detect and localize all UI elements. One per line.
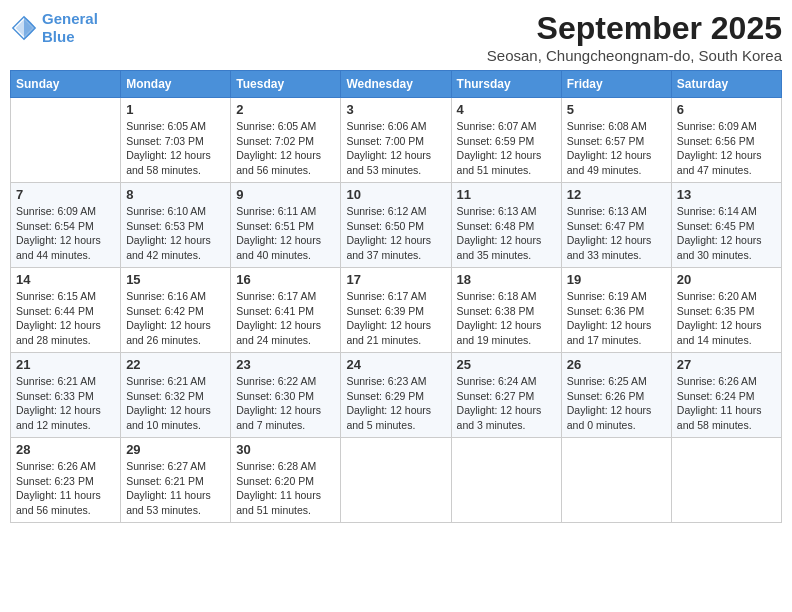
page-header: General Blue September 2025 Seosan, Chun…: [10, 10, 782, 64]
cell-content: Sunrise: 6:07 AM Sunset: 6:59 PM Dayligh…: [457, 119, 556, 178]
calendar-cell: 14Sunrise: 6:15 AM Sunset: 6:44 PM Dayli…: [11, 268, 121, 353]
day-number: 28: [16, 442, 115, 457]
cell-content: Sunrise: 6:13 AM Sunset: 6:48 PM Dayligh…: [457, 204, 556, 263]
cell-content: Sunrise: 6:28 AM Sunset: 6:20 PM Dayligh…: [236, 459, 335, 518]
calendar-cell: 5Sunrise: 6:08 AM Sunset: 6:57 PM Daylig…: [561, 98, 671, 183]
day-number: 14: [16, 272, 115, 287]
header-row: SundayMondayTuesdayWednesdayThursdayFrid…: [11, 71, 782, 98]
page-title: September 2025: [487, 10, 782, 47]
calendar-cell: 4Sunrise: 6:07 AM Sunset: 6:59 PM Daylig…: [451, 98, 561, 183]
cell-content: Sunrise: 6:23 AM Sunset: 6:29 PM Dayligh…: [346, 374, 445, 433]
calendar-cell: 20Sunrise: 6:20 AM Sunset: 6:35 PM Dayli…: [671, 268, 781, 353]
day-number: 24: [346, 357, 445, 372]
calendar-cell: 21Sunrise: 6:21 AM Sunset: 6:33 PM Dayli…: [11, 353, 121, 438]
calendar-cell: 30Sunrise: 6:28 AM Sunset: 6:20 PM Dayli…: [231, 438, 341, 523]
cell-content: Sunrise: 6:19 AM Sunset: 6:36 PM Dayligh…: [567, 289, 666, 348]
title-block: September 2025 Seosan, Chungcheongnam-do…: [487, 10, 782, 64]
cell-content: Sunrise: 6:21 AM Sunset: 6:33 PM Dayligh…: [16, 374, 115, 433]
calendar-cell: 19Sunrise: 6:19 AM Sunset: 6:36 PM Dayli…: [561, 268, 671, 353]
day-number: 29: [126, 442, 225, 457]
calendar-cell: 24Sunrise: 6:23 AM Sunset: 6:29 PM Dayli…: [341, 353, 451, 438]
calendar-cell: 12Sunrise: 6:13 AM Sunset: 6:47 PM Dayli…: [561, 183, 671, 268]
calendar-cell: 13Sunrise: 6:14 AM Sunset: 6:45 PM Dayli…: [671, 183, 781, 268]
cell-content: Sunrise: 6:26 AM Sunset: 6:23 PM Dayligh…: [16, 459, 115, 518]
cell-content: Sunrise: 6:27 AM Sunset: 6:21 PM Dayligh…: [126, 459, 225, 518]
cell-content: Sunrise: 6:05 AM Sunset: 7:02 PM Dayligh…: [236, 119, 335, 178]
day-number: 30: [236, 442, 335, 457]
day-number: 15: [126, 272, 225, 287]
cell-content: Sunrise: 6:17 AM Sunset: 6:41 PM Dayligh…: [236, 289, 335, 348]
day-number: 3: [346, 102, 445, 117]
cell-content: Sunrise: 6:15 AM Sunset: 6:44 PM Dayligh…: [16, 289, 115, 348]
calendar-cell: 23Sunrise: 6:22 AM Sunset: 6:30 PM Dayli…: [231, 353, 341, 438]
day-number: 22: [126, 357, 225, 372]
cell-content: Sunrise: 6:22 AM Sunset: 6:30 PM Dayligh…: [236, 374, 335, 433]
header-cell-saturday: Saturday: [671, 71, 781, 98]
logo-icon: [10, 14, 38, 42]
calendar-header: SundayMondayTuesdayWednesdayThursdayFrid…: [11, 71, 782, 98]
cell-content: Sunrise: 6:13 AM Sunset: 6:47 PM Dayligh…: [567, 204, 666, 263]
cell-content: Sunrise: 6:08 AM Sunset: 6:57 PM Dayligh…: [567, 119, 666, 178]
cell-content: Sunrise: 6:24 AM Sunset: 6:27 PM Dayligh…: [457, 374, 556, 433]
calendar-cell: [671, 438, 781, 523]
calendar-cell: 26Sunrise: 6:25 AM Sunset: 6:26 PM Dayli…: [561, 353, 671, 438]
week-row-0: 1Sunrise: 6:05 AM Sunset: 7:03 PM Daylig…: [11, 98, 782, 183]
day-number: 4: [457, 102, 556, 117]
calendar-cell: 3Sunrise: 6:06 AM Sunset: 7:00 PM Daylig…: [341, 98, 451, 183]
day-number: 27: [677, 357, 776, 372]
week-row-4: 28Sunrise: 6:26 AM Sunset: 6:23 PM Dayli…: [11, 438, 782, 523]
calendar-cell: [341, 438, 451, 523]
calendar-body: 1Sunrise: 6:05 AM Sunset: 7:03 PM Daylig…: [11, 98, 782, 523]
cell-content: Sunrise: 6:14 AM Sunset: 6:45 PM Dayligh…: [677, 204, 776, 263]
header-cell-sunday: Sunday: [11, 71, 121, 98]
day-number: 10: [346, 187, 445, 202]
calendar-cell: 7Sunrise: 6:09 AM Sunset: 6:54 PM Daylig…: [11, 183, 121, 268]
calendar-cell: 11Sunrise: 6:13 AM Sunset: 6:48 PM Dayli…: [451, 183, 561, 268]
cell-content: Sunrise: 6:26 AM Sunset: 6:24 PM Dayligh…: [677, 374, 776, 433]
calendar-cell: 2Sunrise: 6:05 AM Sunset: 7:02 PM Daylig…: [231, 98, 341, 183]
calendar-cell: 16Sunrise: 6:17 AM Sunset: 6:41 PM Dayli…: [231, 268, 341, 353]
cell-content: Sunrise: 6:17 AM Sunset: 6:39 PM Dayligh…: [346, 289, 445, 348]
day-number: 20: [677, 272, 776, 287]
day-number: 23: [236, 357, 335, 372]
calendar-cell: 27Sunrise: 6:26 AM Sunset: 6:24 PM Dayli…: [671, 353, 781, 438]
logo-line1: General: [42, 10, 98, 27]
cell-content: Sunrise: 6:16 AM Sunset: 6:42 PM Dayligh…: [126, 289, 225, 348]
cell-content: Sunrise: 6:06 AM Sunset: 7:00 PM Dayligh…: [346, 119, 445, 178]
cell-content: Sunrise: 6:11 AM Sunset: 6:51 PM Dayligh…: [236, 204, 335, 263]
calendar-table: SundayMondayTuesdayWednesdayThursdayFrid…: [10, 70, 782, 523]
calendar-cell: 8Sunrise: 6:10 AM Sunset: 6:53 PM Daylig…: [121, 183, 231, 268]
day-number: 11: [457, 187, 556, 202]
calendar-cell: [11, 98, 121, 183]
calendar-cell: 18Sunrise: 6:18 AM Sunset: 6:38 PM Dayli…: [451, 268, 561, 353]
cell-content: Sunrise: 6:18 AM Sunset: 6:38 PM Dayligh…: [457, 289, 556, 348]
calendar-cell: 28Sunrise: 6:26 AM Sunset: 6:23 PM Dayli…: [11, 438, 121, 523]
cell-content: Sunrise: 6:09 AM Sunset: 6:56 PM Dayligh…: [677, 119, 776, 178]
day-number: 8: [126, 187, 225, 202]
logo-text: General Blue: [42, 10, 98, 46]
day-number: 19: [567, 272, 666, 287]
calendar-cell: 1Sunrise: 6:05 AM Sunset: 7:03 PM Daylig…: [121, 98, 231, 183]
week-row-3: 21Sunrise: 6:21 AM Sunset: 6:33 PM Dayli…: [11, 353, 782, 438]
cell-content: Sunrise: 6:05 AM Sunset: 7:03 PM Dayligh…: [126, 119, 225, 178]
calendar-cell: 10Sunrise: 6:12 AM Sunset: 6:50 PM Dayli…: [341, 183, 451, 268]
day-number: 1: [126, 102, 225, 117]
day-number: 6: [677, 102, 776, 117]
header-cell-monday: Monday: [121, 71, 231, 98]
cell-content: Sunrise: 6:20 AM Sunset: 6:35 PM Dayligh…: [677, 289, 776, 348]
header-cell-friday: Friday: [561, 71, 671, 98]
header-cell-tuesday: Tuesday: [231, 71, 341, 98]
calendar-cell: 17Sunrise: 6:17 AM Sunset: 6:39 PM Dayli…: [341, 268, 451, 353]
calendar-cell: 29Sunrise: 6:27 AM Sunset: 6:21 PM Dayli…: [121, 438, 231, 523]
day-number: 18: [457, 272, 556, 287]
day-number: 16: [236, 272, 335, 287]
cell-content: Sunrise: 6:21 AM Sunset: 6:32 PM Dayligh…: [126, 374, 225, 433]
day-number: 13: [677, 187, 776, 202]
day-number: 12: [567, 187, 666, 202]
cell-content: Sunrise: 6:25 AM Sunset: 6:26 PM Dayligh…: [567, 374, 666, 433]
calendar-cell: 15Sunrise: 6:16 AM Sunset: 6:42 PM Dayli…: [121, 268, 231, 353]
page-subtitle: Seosan, Chungcheongnam-do, South Korea: [487, 47, 782, 64]
cell-content: Sunrise: 6:12 AM Sunset: 6:50 PM Dayligh…: [346, 204, 445, 263]
logo: General Blue: [10, 10, 98, 46]
day-number: 7: [16, 187, 115, 202]
